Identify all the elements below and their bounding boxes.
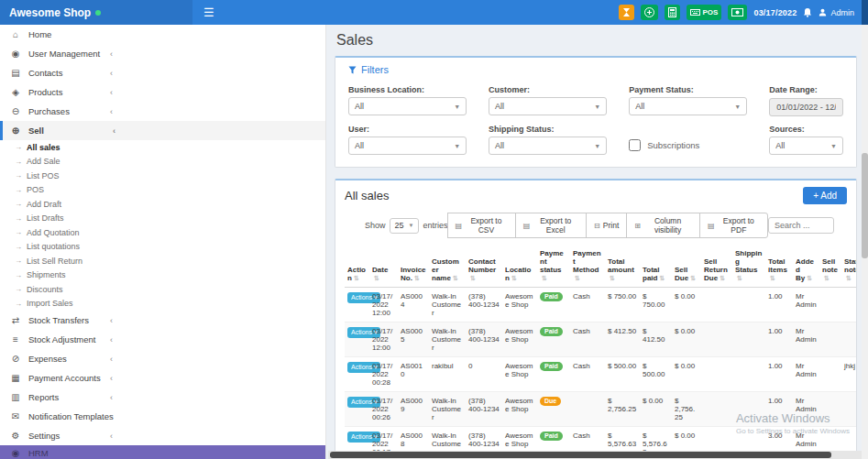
pos-button[interactable]: POS (687, 5, 722, 20)
file-icon: ▤ (708, 222, 715, 230)
sell-submenu-item[interactable]: → Shipments (0, 268, 325, 283)
sidebar-item[interactable]: ⇄ Stock Transfers ‹ (0, 311, 325, 330)
notifications-bell-icon[interactable] (803, 7, 812, 17)
topbar: Awesome Shop ☰ POS 03/17/2022 Admin (0, 0, 868, 25)
export-button[interactable]: ▤ Export to PDF (699, 213, 768, 238)
export-button-label: Print (603, 221, 619, 230)
cell-invoice-no: AS0010 (398, 357, 429, 392)
cell-added-by: Mr Admin (793, 288, 819, 322)
date-range-input[interactable] (769, 98, 843, 116)
chevron-left-icon: ‹ (110, 335, 113, 344)
register-button[interactable] (728, 5, 747, 20)
export-button[interactable]: ▤ Export to Excel (515, 213, 587, 238)
sell-submenu-item[interactable]: → List Drafts (0, 212, 325, 226)
column-header[interactable]: Sell Due⇅ (672, 246, 701, 288)
business-location-select[interactable]: All▼ (348, 97, 467, 115)
column-header[interactable]: Sell Return Due⇅ (701, 246, 732, 288)
horizontal-scrollbar[interactable] (328, 451, 862, 459)
column-header[interactable]: Sell note⇅ (819, 246, 841, 288)
vertical-scrollbar[interactable] (862, 25, 868, 459)
column-header[interactable]: Invoice No.⇅ (398, 246, 429, 288)
sidebar-module-item[interactable]: ◉ HRM (0, 445, 325, 459)
sidebar-item[interactable]: ▤ Contacts ‹ (0, 63, 325, 82)
user-filter-label: User: (348, 125, 467, 134)
sell-submenu-item[interactable]: → Add Quotation (0, 225, 325, 240)
sort-icon: ⇅ (610, 275, 615, 281)
column-header[interactable]: Customer name⇅ (429, 246, 466, 288)
column-header[interactable]: Payment status⇅ (537, 246, 570, 288)
cell-total-amount: $ 750.00 (605, 288, 640, 322)
chevron-left-icon: ‹ (110, 355, 113, 364)
sidebar-item[interactable]: ⊕ Sell ‹ (0, 121, 325, 140)
customer-value: All (495, 102, 504, 111)
add-shortcut-button[interactable] (641, 5, 658, 20)
brand[interactable]: Awesome Shop (0, 0, 192, 25)
horizontal-scrollbar-thumb[interactable] (330, 452, 831, 458)
sidebar-item-label: Notification Templates (28, 411, 114, 421)
column-header[interactable]: Total amount⇅ (605, 246, 640, 288)
sell-submenu-item[interactable]: → List Sell Return (0, 254, 325, 268)
sell-submenu-item[interactable]: → POS (0, 183, 325, 198)
column-header[interactable]: Total items⇅ (765, 246, 793, 288)
sources-select[interactable]: All▼ (769, 137, 843, 155)
sidebar-item[interactable]: ≡ Stock Adjustment ‹ (0, 330, 325, 349)
payment-status-badge: Paid (540, 327, 563, 336)
sell-submenu-item[interactable]: → List quotations (0, 240, 325, 255)
sidebar-item[interactable]: ⚙ Settings ‹ (0, 426, 325, 445)
sidebar-item[interactable]: ▥ Reports ‹ (0, 388, 325, 407)
sidebar-item[interactable]: ⊘ Expenses ‹ (0, 349, 325, 368)
menu-toggle-icon[interactable]: ☰ (192, 5, 225, 19)
arrow-right-icon: → (15, 171, 22, 180)
export-button[interactable]: ⊟ Print (586, 213, 627, 238)
sell-submenu-item[interactable]: → Add Sale (0, 155, 325, 169)
file-icon: ▤ (456, 222, 463, 230)
column-header[interactable]: Location⇅ (502, 246, 537, 288)
sell-submenu-item[interactable]: → Import Sales (0, 297, 325, 311)
export-button[interactable]: ⊞ Column visibility (626, 213, 700, 238)
payment-status-select[interactable]: All▼ (629, 97, 747, 115)
sidebar-item[interactable]: ✉ Notification Templates (0, 407, 325, 426)
column-header[interactable]: Staff note⇅ (841, 246, 857, 288)
sidebar-item[interactable]: ▦ Payment Accounts ‹ (0, 368, 325, 388)
page-length-select[interactable]: 25 ▼ (390, 218, 420, 234)
sell-submenu-item[interactable]: → List POS (0, 169, 325, 183)
sell-submenu-item[interactable]: → Discounts (0, 282, 325, 297)
payment-status-badge: Paid (540, 292, 563, 301)
table-row: Actions ▾ 03/17/2022 12:00 AS0005 Walk-I… (345, 322, 857, 357)
sell-submenu-item[interactable]: → All sales (0, 140, 325, 155)
users-icon: ◉ (10, 448, 21, 458)
user-icon (819, 8, 827, 16)
sidebar-item[interactable]: ◈ Products ‹ (0, 82, 325, 102)
vertical-scrollbar-thumb[interactable] (862, 153, 868, 258)
column-header[interactable]: Shipping Status⇅ (732, 246, 765, 288)
sidebar-item[interactable]: ⊖ Purchases ‹ (0, 102, 325, 121)
filters-header[interactable]: Filters (348, 64, 403, 75)
column-header[interactable]: Added By⇅ (793, 246, 819, 288)
todo-timer-button[interactable] (619, 5, 634, 20)
sidebar-modules-group: ◉ HRM ✔ Essentials ◆ Manufacturing (0, 445, 325, 459)
user-menu[interactable]: Admin (819, 8, 854, 17)
column-header[interactable]: Contact Number⇅ (466, 246, 502, 288)
file-icon: ▤ (523, 222, 531, 230)
add-sale-button[interactable]: + Add (803, 187, 847, 204)
subscriptions-checkbox[interactable] (629, 139, 641, 151)
customer-select[interactable]: All▼ (489, 97, 607, 115)
sort-icon: ⇅ (374, 275, 379, 281)
sidebar-item-label: Reports (28, 392, 59, 402)
sidebar-item[interactable]: ⌂ Home (0, 25, 325, 44)
calculator-button[interactable] (665, 5, 680, 20)
topbar-edge-button[interactable] (862, 0, 868, 25)
column-header[interactable]: Total paid⇅ (640, 246, 672, 288)
table-search-input[interactable] (768, 217, 834, 234)
sell-submenu-item[interactable]: → Add Draft (0, 197, 325, 212)
column-header[interactable]: Date⇅ (369, 246, 398, 288)
sort-icon: ⇅ (453, 275, 458, 281)
shipping-status-select[interactable]: All▼ (489, 137, 607, 155)
sidebar-item[interactable]: ◉ User Management ‹ (0, 44, 325, 63)
export-button[interactable]: ▤ Export to CSV (447, 213, 516, 238)
column-header[interactable]: Payment Method⇅ (570, 246, 605, 288)
sidebar-item-label: Sell (28, 126, 44, 136)
user-filter-select[interactable]: All▼ (348, 137, 467, 155)
column-header[interactable]: Action⇅ (345, 246, 369, 288)
submenu-item-label: List Drafts (27, 213, 64, 223)
